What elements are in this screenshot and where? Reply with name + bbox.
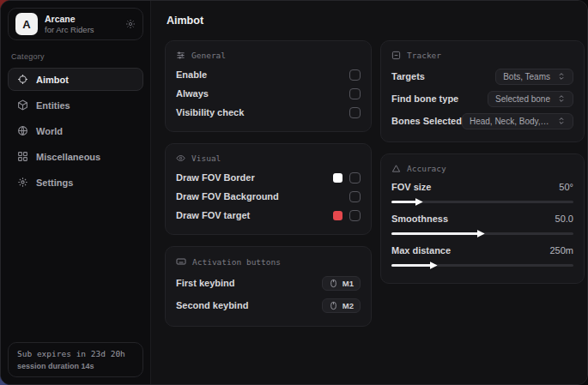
setting-row-always: Always [176, 84, 361, 103]
select-value: Bots, Teams [503, 72, 550, 81]
select-value: Selected bone [495, 94, 550, 104]
setting-label: Visibility check [176, 107, 244, 117]
card-title: Accuracy [407, 164, 446, 173]
page-title: Aimbot [167, 15, 583, 27]
slider-row-smoothness: Smoothness 50.0 [391, 210, 573, 238]
setting-row-fov-target: Draw FOV target [176, 206, 361, 225]
sidebar-item-world[interactable]: World [8, 119, 143, 142]
sidebar-item-aimbot[interactable]: Aimbot [8, 68, 143, 91]
content-columns: General Enable Always Visibility check [165, 40, 585, 338]
slider-row-fov-size: FOV size 50° [391, 178, 573, 207]
tracker-row-targets: Targets Bots, Teams [391, 65, 573, 87]
grid-icon [17, 151, 28, 162]
card-title: Visual [191, 153, 221, 163]
fov-target-color-swatch[interactable] [333, 211, 342, 220]
sub-expiry-text: Sub expires in 23d 20h [17, 349, 134, 358]
slider-label: FOV size [391, 182, 431, 192]
find-bone-type-select[interactable]: Selected bone [488, 91, 573, 107]
tracker-row-bone-type: Find bone type Selected bone [391, 87, 573, 110]
tracker-row-bones-selected: Bones Selected Head, Neck, Body, Pe... [391, 110, 573, 132]
slider-thumb[interactable] [477, 230, 485, 238]
brand-subtitle: for Arc Riders [45, 25, 94, 34]
settings-gear-icon [17, 177, 28, 188]
globe-icon [17, 125, 28, 136]
always-checkbox[interactable] [349, 88, 361, 99]
slider-label: Max distance [391, 245, 451, 256]
tracker-card: Tracker Targets Bots, Teams Find bone ty… [380, 40, 585, 142]
slider-value: 50.0 [555, 214, 573, 224]
unfold-icon [557, 94, 566, 103]
brand-card: A Arcane for Arc Riders [8, 8, 143, 40]
keybind-value: M2 [342, 301, 354, 310]
first-keybind-button[interactable]: M1 [322, 276, 361, 291]
keybind-row-first: First keybind M1 [176, 272, 361, 294]
bones-selected-select[interactable]: Head, Neck, Body, Pe... [462, 113, 573, 129]
triangle-icon [391, 164, 401, 173]
brand-logo: A [15, 13, 38, 35]
left-column: General Enable Always Visibility check [165, 40, 372, 338]
gear-icon[interactable] [125, 19, 136, 29]
sidebar: A Arcane for Arc Riders Category Aimbot … [1, 1, 151, 384]
category-label: Category [11, 52, 140, 61]
smoothness-slider[interactable] [391, 229, 573, 238]
general-card-header: General [176, 51, 361, 60]
slider-label: Smoothness [391, 214, 448, 224]
visual-card-header: Visual [176, 153, 361, 163]
activation-card-header: Activation buttons [176, 256, 361, 267]
enable-checkbox[interactable] [349, 69, 361, 81]
mouse-icon [329, 279, 338, 288]
keybind-label: First keybind [176, 278, 234, 288]
unfold-icon [557, 117, 566, 125]
sidebar-item-entities[interactable]: Entities [8, 93, 143, 117]
app-window: A Arcane for Arc Riders Category Aimbot … [0, 0, 588, 385]
slider-value: 50° [559, 182, 573, 192]
slider-row-max-distance: Max distance 250m [391, 242, 573, 270]
keybind-label: Second keybind [176, 300, 248, 310]
keybind-value: M1 [342, 279, 354, 288]
setting-label: Always [176, 88, 209, 99]
mouse-icon [329, 301, 338, 310]
sidebar-item-label: Aimbot [36, 75, 69, 85]
setting-label: Enable [176, 69, 207, 80]
main-panel: Aimbot General Enable [151, 1, 588, 384]
max-distance-slider[interactable] [391, 261, 573, 270]
sidebar-item-label: World [36, 126, 63, 136]
slider-thumb[interactable] [415, 198, 423, 206]
scan-target-icon [391, 51, 401, 60]
slider-thumb[interactable] [430, 262, 438, 269]
sidebar-item-label: Miscellaneous [36, 152, 100, 162]
accuracy-card: Accuracy FOV size 50° [380, 153, 585, 284]
tracker-label: Bones Selected [391, 116, 462, 126]
crosshair-icon [17, 74, 28, 85]
fov-target-checkbox[interactable] [349, 210, 361, 221]
accuracy-card-header: Accuracy [391, 164, 573, 173]
tracker-label: Targets [391, 71, 425, 81]
sidebar-item-label: Entities [36, 100, 70, 111]
subscription-card: Sub expires in 23d 20h session duration … [8, 342, 143, 377]
eye-icon [176, 153, 185, 163]
session-duration-text: session duration 14s [17, 362, 134, 370]
sidebar-item-settings[interactable]: Settings [8, 171, 143, 194]
card-title: Activation buttons [192, 257, 281, 267]
keyboard-icon [176, 256, 186, 267]
second-keybind-button[interactable]: M2 [322, 298, 361, 313]
setting-row-fov-background: Draw FOV Background [176, 187, 361, 206]
sidebar-item-miscellaneous[interactable]: Miscellaneous [8, 145, 143, 168]
card-title: Tracker [407, 51, 441, 60]
right-column: Tracker Targets Bots, Teams Find bone ty… [380, 40, 585, 295]
fov-size-slider[interactable] [391, 197, 573, 207]
fov-border-color-swatch[interactable] [333, 173, 342, 183]
visibility-check-checkbox[interactable] [349, 107, 361, 118]
setting-label: Draw FOV Background [176, 191, 279, 202]
tracker-card-header: Tracker [391, 51, 573, 60]
setting-label: Draw FOV target [176, 210, 250, 220]
general-card: General Enable Always Visibility check [165, 40, 372, 132]
tracker-label: Find bone type [391, 93, 458, 104]
keybind-row-second: Second keybind M2 [176, 294, 361, 316]
setting-row-enable: Enable [176, 65, 361, 84]
targets-select[interactable]: Bots, Teams [495, 69, 573, 85]
visual-card: Visual Draw FOV Border Draw FOV Backgrou… [165, 143, 372, 235]
fov-border-checkbox[interactable] [349, 172, 361, 183]
fov-background-checkbox[interactable] [349, 191, 361, 202]
sidebar-item-label: Settings [36, 177, 73, 188]
